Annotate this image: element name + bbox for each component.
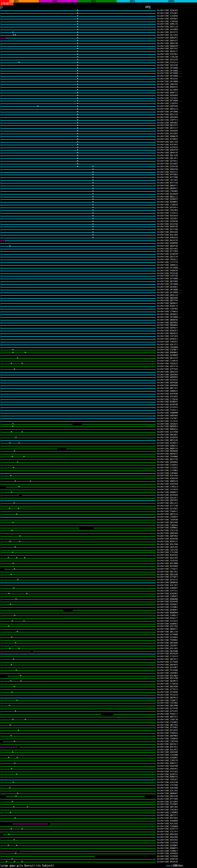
hit-bar[interactable] (1, 142, 156, 143)
hit-label[interactable]: UniRef100_Q28DC9 (157, 198, 177, 200)
hit-label[interactable]: UniRef100_Q6CG28 (157, 795, 177, 798)
hit-label[interactable]: UniRef100_C5E1Y8 (157, 530, 177, 532)
hit-label[interactable]: UniRef100_Q9LV28 (157, 141, 177, 143)
hit-label[interactable]: UniRef100_C4WT87 (157, 341, 177, 343)
hit-bar[interactable] (1, 854, 156, 854)
hit-bar[interactable] (1, 780, 156, 780)
hit-bar[interactable] (1, 457, 156, 457)
hit-label[interactable]: UniRef100_Q5A1N9 (157, 836, 177, 838)
hit-label[interactable]: UniRef100_Q5A940 (157, 601, 177, 603)
hit-bar[interactable] (1, 588, 156, 589)
hit-label[interactable]: UniRef100_Q6FRL9 (157, 697, 177, 699)
hit-label[interactable]: UniRef100_C8ZFH5 (157, 560, 177, 562)
hit-label[interactable]: UniRef100_A7E2L4 (157, 62, 177, 64)
hit-bar[interactable] (1, 813, 156, 813)
hit-label[interactable]: UniRef100_A7TP46 (157, 708, 177, 710)
hit-bar[interactable] (1, 399, 156, 400)
hit-label[interactable]: UniRef100_Q6CSU8 (157, 574, 177, 576)
hit-label[interactable]: UniRef100_C3KHW5 (157, 190, 177, 192)
hit-bar[interactable] (1, 799, 156, 800)
hit-label[interactable]: UniRef100_Q6FM69 (157, 735, 177, 737)
hit-bar[interactable] (3, 834, 156, 835)
hit-label[interactable]: UniRef100_B0CTA7 (157, 388, 177, 390)
hit-bar[interactable] (1, 731, 156, 731)
hit-label[interactable]: UniRef100_Q74ZM1 (157, 801, 177, 803)
hit-label[interactable]: UniRef100_B3LRM6 (157, 563, 177, 565)
hit-label[interactable]: UniRef100_C5M8E1 (157, 850, 177, 852)
hit-bar[interactable] (1, 65, 156, 66)
hit-bar[interactable] (1, 221, 156, 222)
hit-bar[interactable] (1, 528, 79, 528)
hit-label[interactable]: UniRef100_C4YQ18 (157, 842, 177, 844)
hit-bar[interactable] (1, 678, 156, 679)
hit-bar[interactable] (1, 375, 156, 375)
hit-label[interactable]: UniRef100_P47083 (157, 803, 177, 805)
hit-label[interactable]: UniRef100_B9WBT3 (157, 847, 177, 849)
hit-bar[interactable] (1, 385, 156, 386)
hit-label[interactable]: UniRef100_A7SW55 (157, 138, 177, 141)
hit-label[interactable]: UniRef100_C5DMR9 (157, 812, 177, 814)
hit-label[interactable]: UniRef100_B9IJ19 (157, 114, 177, 116)
hit-label[interactable]: UniRef100_UP1000... (157, 70, 182, 72)
hit-bar[interactable] (1, 755, 156, 755)
hit-bar[interactable] (1, 470, 156, 471)
hit-label[interactable]: UniRef100_B2AE96 (157, 404, 177, 406)
hit-label[interactable]: UniRef100_B9W6X7 (157, 491, 177, 494)
hit-bar[interactable] (1, 38, 5, 38)
hit-bar[interactable] (1, 552, 156, 553)
hit-label[interactable]: UniRef100_P40217 (157, 713, 177, 715)
hit-bar[interactable] (1, 320, 156, 320)
hit-label[interactable]: UniRef100_A5DNV2 (157, 623, 177, 625)
hit-bar[interactable] (1, 761, 156, 761)
hit-bar[interactable] (1, 580, 156, 581)
hit-bar[interactable] (1, 843, 156, 843)
hit-bar[interactable] (1, 254, 156, 255)
hit-bar[interactable] (1, 446, 156, 446)
hit-bar[interactable] (1, 654, 156, 654)
hit-bar[interactable] (1, 57, 156, 58)
hit-bar[interactable] (1, 95, 156, 96)
hit-bar[interactable] (1, 268, 156, 269)
hit-bar[interactable] (1, 802, 156, 802)
hit-bar[interactable] (1, 478, 156, 479)
hit-bar[interactable] (1, 473, 156, 474)
hit-bar[interactable] (1, 342, 156, 342)
hit-label[interactable]: UniRef100_Q9W711 (157, 92, 177, 94)
hit-label[interactable]: UniRef100_Q6Q5K6 (157, 532, 177, 534)
hit-label[interactable]: UniRef100_B5RTZ7 (157, 541, 177, 543)
hit-bar[interactable] (1, 832, 156, 832)
hit-bar[interactable] (1, 155, 156, 156)
hit-label[interactable]: UniRef100_Q9OZ50 (157, 168, 177, 170)
hit-bar[interactable] (1, 720, 156, 720)
hit-bar[interactable] (1, 766, 156, 767)
hit-label[interactable]: UniRef100_A3GFK8 (157, 483, 177, 485)
hit-label[interactable]: UniRef100_C05Q11 (157, 259, 177, 261)
hit-bar[interactable] (1, 498, 156, 498)
hit-label[interactable]: UniRef100_C5MGP2 (157, 595, 177, 598)
hit-label[interactable]: UniRef100_Q59QW7 (157, 845, 177, 847)
hit-bar[interactable] (1, 848, 156, 849)
hit-bar[interactable] (1, 829, 156, 830)
hit-label[interactable]: UniRef100_Q4P9X0 (157, 393, 177, 395)
hit-bar[interactable] (1, 150, 156, 151)
hit-bar[interactable] (1, 758, 156, 758)
hit-label[interactable]: UniRef100_A7EXU5 (157, 396, 177, 398)
hit-bar[interactable] (5, 569, 156, 570)
hit-label[interactable]: UniRef100_P25586 (157, 670, 177, 672)
hit-label[interactable]: UniRef100_C5DB45 (157, 738, 177, 740)
hit-label[interactable]: UniRef100_B6JY29 (157, 459, 177, 461)
hit-bar[interactable] (1, 276, 156, 277)
hit-label[interactable]: UniRef100_Q43403 (157, 163, 177, 165)
hit-label[interactable]: UniRef100_C4Y2D8 (157, 784, 177, 786)
hit-bar[interactable] (1, 27, 156, 27)
hit-label[interactable]: UniRef100_A9P926 (157, 105, 177, 107)
hit-bar[interactable] (1, 845, 156, 846)
hit-label[interactable]: UniRef100_C4Y8U6 (157, 856, 177, 858)
hit-bar[interactable] (1, 840, 156, 841)
hit-bar[interactable] (1, 539, 156, 539)
hit-bar[interactable] (1, 856, 94, 857)
hit-label[interactable]: UniRef100_A65B53 (157, 313, 177, 316)
hit-label[interactable]: UniRef100_A5DPZ8 (157, 858, 177, 860)
hit-bar[interactable] (1, 462, 156, 463)
hit-label[interactable]: UniRef100_A5DGX6 (157, 477, 177, 480)
